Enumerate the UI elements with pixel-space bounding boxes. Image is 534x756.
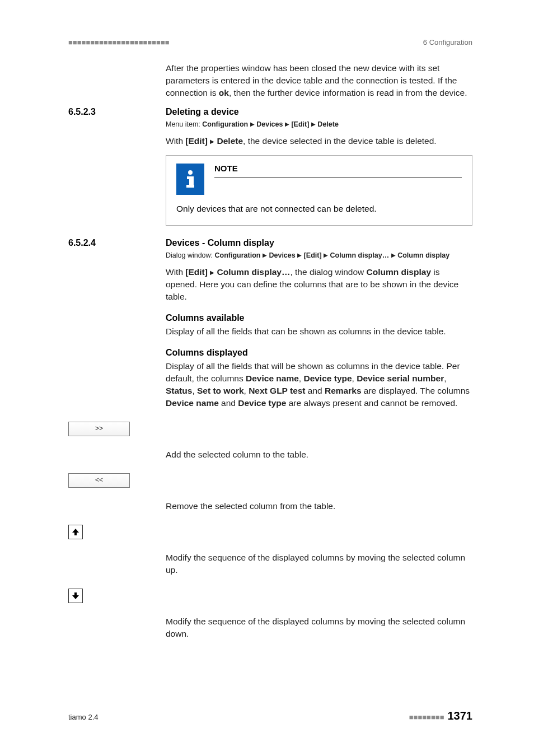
columns-displayed-heading: Columns displayed	[166, 348, 472, 358]
note-title: NOTE	[214, 164, 238, 173]
columns-available-text: Display of all the fields that can be sh…	[166, 325, 472, 338]
move-up-desc: Modify the sequence of the displayed col…	[166, 552, 472, 576]
add-column-desc: Add the selected column to the table.	[166, 449, 472, 461]
header-dots: ■■■■■■■■■■■■■■■■■■■■■■■	[68, 38, 170, 46]
column-display-paragraph: With [Edit] ▶ Column display…, the dialo…	[166, 266, 472, 303]
remove-column-desc: Remove the selected column from the tabl…	[166, 500, 472, 512]
intro-paragraph: After the properties window has been clo…	[166, 62, 472, 99]
info-icon	[176, 164, 204, 195]
svg-point-0	[188, 170, 193, 175]
section-number-6524: 6.5.2.4	[68, 238, 166, 248]
remove-column-button[interactable]: <<	[68, 473, 130, 488]
add-column-button[interactable]: >>	[68, 422, 130, 436]
svg-rect-2	[189, 176, 194, 186]
svg-rect-3	[186, 185, 194, 188]
columns-available-heading: Columns available	[166, 313, 472, 323]
section-title-column-display: Devices - Column display	[166, 238, 274, 248]
note-body: Only devices that are not connected can …	[176, 203, 462, 215]
section-title-deleting: Deleting a device	[166, 107, 239, 117]
header-chapter: 6 Configuration	[423, 38, 472, 46]
delete-paragraph: With [Edit] ▶ Delete, the device selecte…	[166, 135, 472, 147]
move-down-button[interactable]	[68, 589, 83, 603]
menu-path-column-display: Dialog window: Configuration ▶ Devices ▶…	[166, 251, 472, 259]
move-up-button[interactable]	[68, 525, 83, 539]
note-box: NOTE Only devices that are not connected…	[166, 155, 472, 226]
arrow-down-icon	[72, 592, 79, 600]
move-down-desc: Modify the sequence of the displayed col…	[166, 615, 472, 640]
footer-page: ■■■■■■■■1371	[409, 710, 472, 722]
menu-path-delete: Menu item: Configuration ▶ Devices ▶ [Ed…	[166, 120, 472, 128]
arrow-up-icon	[72, 528, 79, 536]
section-number-6523: 6.5.2.3	[68, 107, 166, 117]
columns-displayed-text: Display of all the fields that will be s…	[166, 360, 472, 409]
footer-product: tiamo 2.4	[68, 713, 98, 721]
